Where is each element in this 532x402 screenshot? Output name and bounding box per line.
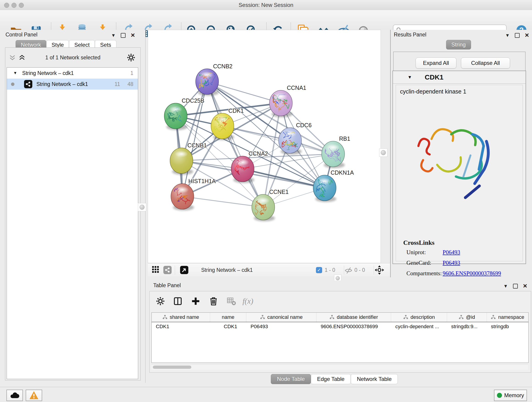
table-panel-float-icon[interactable] — [513, 284, 518, 288]
table-panel-close-icon[interactable]: ✕ — [523, 283, 527, 289]
network-edge-CDK1-RB1[interactable] — [222, 126, 333, 154]
cell-canonical-name[interactable]: P06493 — [247, 324, 317, 330]
network-status-bar: String Network – cdk1 ✓ 1 - 0 0 - 0 — [148, 263, 390, 277]
results-panel-collapse-icon[interactable]: ▼ — [505, 33, 510, 38]
add-column-icon[interactable] — [189, 294, 202, 308]
table-panel-title: Table Panel — [153, 282, 181, 288]
network-collection-row[interactable]: ▼ String Network – cdk1 1 — [7, 68, 138, 79]
main-toolbar — [0, 10, 532, 30]
network-node-CDKN1A[interactable]: CDKN1A — [313, 169, 354, 202]
string-network-badge-icon[interactable] — [163, 266, 172, 274]
node-label-CDC6: CDC6 — [296, 122, 312, 128]
scrollbar-thumb[interactable] — [153, 366, 191, 369]
network-view-canvas[interactable]: CCNB2CCNA1CDC25BCDK1CDC6RB1CCNB1CCNA2CDK… — [148, 30, 381, 263]
table-options-gear-icon[interactable] — [154, 294, 167, 308]
right-splitter[interactable] — [381, 30, 390, 263]
right-splitter-handle[interactable] — [379, 148, 387, 157]
network-node-HIST1H1A[interactable]: HIST1H1A — [171, 178, 216, 211]
column-header-database-identifier[interactable]: database identifier — [317, 313, 391, 322]
warning-status-icon[interactable] — [26, 390, 42, 401]
control-panel-title: Control Panel — [6, 32, 37, 38]
network-node-CDK1[interactable]: CDK1 — [211, 108, 244, 140]
tab-string-results[interactable]: String — [446, 40, 471, 50]
column-source-icon — [162, 315, 167, 320]
cell-description[interactable]: cyclin-dependent ... — [391, 324, 447, 330]
table-row[interactable]: CDK1 CDK1 P06493 9606.ENSP00000378699 cy… — [152, 322, 528, 331]
network-edge-HIST1H1A-CCNE1[interactable] — [182, 196, 263, 207]
cell-id[interactable]: stringdb:9... — [447, 324, 487, 330]
table-horizontal-scrollbar[interactable] — [152, 364, 528, 370]
column-header-name[interactable]: name — [210, 313, 247, 322]
column-header-description[interactable]: description — [391, 313, 447, 322]
results-panel-close-icon[interactable]: ✕ — [525, 32, 529, 38]
memory-button[interactable]: Memory — [494, 390, 527, 401]
tab-node-table[interactable]: Node Table — [271, 374, 311, 384]
column-header-namespace[interactable]: namespace — [487, 313, 528, 322]
table-panel-collapse-icon[interactable]: ▼ — [503, 283, 508, 289]
column-source-icon — [459, 315, 464, 320]
network-edge-count: 48 — [127, 81, 133, 87]
node-label-CCNB2: CCNB2 — [213, 63, 233, 70]
fit-selected-crosshair-icon[interactable] — [375, 265, 384, 276]
network-node-RB1[interactable]: RB1 — [322, 135, 350, 168]
title-bar: Session: New Session — [0, 0, 532, 10]
application-window: Session: New Session Control Panel — [0, 0, 532, 402]
expand-all-button[interactable]: Expand All — [416, 57, 456, 69]
left-splitter-handle[interactable] — [138, 203, 146, 211]
column-header-shared-name[interactable]: shared name — [152, 313, 210, 322]
gene-card-body: cyclin-dependent kinase 1 — [396, 85, 523, 261]
window-minimize-icon[interactable] — [12, 3, 17, 8]
gene-card-header[interactable]: ▼ CDK1 — [393, 71, 526, 84]
show-columns-icon[interactable] — [171, 294, 184, 308]
gene-card-expander-icon[interactable]: ▼ — [408, 75, 412, 80]
table-panel: Table Panel ▼ ✕ f(x) shared name name ca… — [148, 281, 532, 387]
node-label-CCNA2: CCNA2 — [249, 150, 268, 157]
network-selection-status: 1 of 1 Network selected — [5, 55, 140, 61]
selected-node-edge-count: 1 - 0 — [325, 267, 335, 273]
network-row[interactable]: String Network – cdk1 11 48 — [7, 79, 138, 89]
network-node-CCNA1[interactable]: CCNA1 — [269, 85, 306, 117]
network-list: ▼ String Network – cdk1 1 String Network… — [7, 67, 138, 379]
cell-shared-name[interactable]: CDK1 — [152, 324, 210, 330]
network-node-CCNB1[interactable]: CCNB1 — [170, 142, 207, 175]
crosslink-compartments-link[interactable]: 9606.ENSP00000378699 — [443, 270, 501, 277]
control-panel-close-icon[interactable]: ✕ — [131, 32, 135, 38]
control-panel-collapse-icon[interactable]: ▼ — [111, 33, 116, 38]
control-panel-float-icon[interactable] — [121, 33, 126, 38]
results-panel-title: Results Panel — [394, 32, 426, 38]
delete-column-icon[interactable] — [207, 294, 220, 308]
crosslink-uniprot-link[interactable]: P06493 — [443, 249, 460, 255]
current-network-indicator — [11, 83, 14, 86]
column-source-icon — [491, 315, 496, 320]
crosslink-genecard-link[interactable]: P06493 — [443, 260, 460, 266]
window-zoom-icon[interactable] — [19, 3, 24, 8]
window-close-icon[interactable] — [4, 3, 9, 8]
column-source-icon — [403, 315, 408, 320]
column-source-icon — [329, 315, 335, 320]
cloud-status-icon[interactable] — [6, 390, 23, 401]
tab-edge-table[interactable]: Edge Table — [311, 374, 351, 384]
cell-database-identifier[interactable]: 9606.ENSP00000378699 — [317, 324, 391, 330]
column-header-id[interactable]: @id — [447, 313, 487, 322]
results-panel-float-icon[interactable] — [515, 33, 520, 38]
cell-name[interactable]: CDK1 — [210, 324, 247, 330]
birds-eye-view-icon[interactable] — [180, 266, 188, 274]
collapse-all-button[interactable]: Collapse All — [461, 57, 510, 69]
network-label: String Network – cdk1 — [36, 81, 88, 87]
tab-network-table[interactable]: Network Table — [351, 374, 398, 384]
selected-checkbox-icon[interactable]: ✓ — [316, 267, 322, 273]
network-options-gear-icon[interactable] — [127, 53, 135, 62]
hidden-eye-icon[interactable] — [345, 267, 352, 275]
collection-expander-icon[interactable]: ▼ — [13, 71, 17, 75]
window-title: Session: New Session — [0, 0, 532, 10]
string-network-icon — [24, 80, 32, 88]
node-label-CCNE1: CCNE1 — [269, 189, 289, 195]
column-header-canonical-name[interactable]: canonical name — [246, 313, 317, 322]
grid-mode-icon[interactable] — [151, 265, 160, 275]
gene-description: cyclin-dependent kinase 1 — [400, 88, 466, 95]
node-label-HIST1H1A: HIST1H1A — [188, 178, 216, 184]
cell-namespace[interactable]: stringdb — [487, 324, 528, 330]
network-node-CCNB2[interactable]: CCNB2 — [196, 63, 233, 96]
protein-structure-image — [408, 106, 504, 205]
node-label-RB1: RB1 — [339, 135, 350, 142]
